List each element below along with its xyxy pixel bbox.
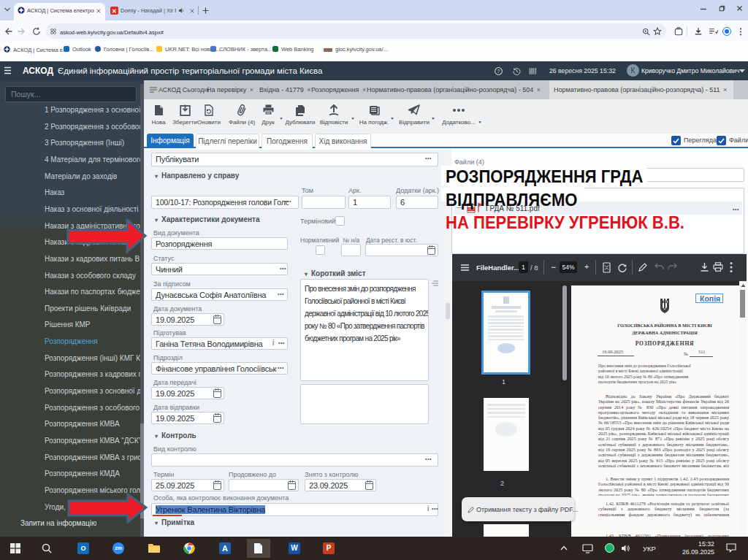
svg-text:?: ? [497, 69, 500, 74]
